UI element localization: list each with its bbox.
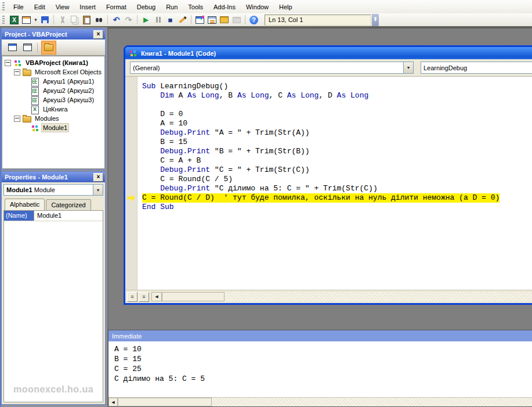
save-icon[interactable] bbox=[39, 15, 50, 26]
immediate-window-titlebar[interactable]: Immediate bbox=[108, 330, 532, 341]
code-line-11: C = Round(C / 5) bbox=[142, 175, 532, 184]
menu-bar-items: FileEditViewInsertFormatDebugRunToolsAdd… bbox=[8, 2, 298, 12]
sheet-icon bbox=[31, 87, 39, 95]
close-icon[interactable] bbox=[93, 30, 103, 39]
toolbar-separator bbox=[107, 15, 108, 24]
view-code-button[interactable] bbox=[6, 42, 19, 53]
redo-icon bbox=[123, 15, 134, 26]
immediate-horizontal-scrollbar[interactable] bbox=[108, 397, 532, 406]
properties-panel-titlebar[interactable]: Properties - Module1 bbox=[2, 172, 105, 182]
menu-item-run[interactable]: Run bbox=[161, 2, 183, 12]
procedure-view-button[interactable] bbox=[127, 292, 137, 302]
dropdown-caret-icon[interactable] bbox=[33, 15, 38, 26]
design-mode-icon[interactable] bbox=[177, 15, 188, 26]
code-window-combo-row: (General) LearningDebug bbox=[125, 59, 532, 76]
immediate-content[interactable]: A = 10B = 15C = 25C ділимо на 5: C = 5 bbox=[108, 341, 532, 397]
code-line-1: Sub LearningDebug() bbox=[142, 82, 532, 91]
tree-item-2[interactable]: Microsoft Excel Objects bbox=[2, 67, 104, 77]
project-explorer-icon[interactable] bbox=[194, 15, 205, 26]
tab-categorized[interactable]: Categorized bbox=[46, 199, 91, 211]
code-area: Sub LearningDebug() Dim A As Long, B As … bbox=[125, 76, 532, 290]
immediate-window: Immediate A = 10B = 15C = 25C ділимо на … bbox=[108, 330, 532, 407]
menu-item-edit[interactable]: Edit bbox=[29, 2, 50, 12]
excel-icon[interactable] bbox=[9, 15, 20, 26]
menu-item-file[interactable]: File bbox=[8, 2, 29, 12]
immediate-line-3: C = 25 bbox=[114, 364, 532, 374]
cut-icon bbox=[57, 15, 68, 26]
toolbar-separator bbox=[37, 43, 38, 52]
scrollbar-thumb[interactable] bbox=[118, 398, 212, 406]
chevron-down-icon[interactable] bbox=[93, 185, 103, 195]
tree-item-3[interactable]: Аркуш1 (Аркуш1) bbox=[2, 77, 104, 86]
tree-item-5[interactable]: Аркуш3 (Аркуш3) bbox=[2, 95, 104, 105]
tree-item-label: Microsoft Excel Objects bbox=[34, 68, 103, 76]
tree-item-4[interactable]: Аркуш2 (Аркуш2) bbox=[2, 86, 104, 95]
property-value-cell[interactable]: Module1 bbox=[34, 211, 103, 221]
project-tree[interactable]: VBAProject (Книга1)Microsoft Excel Objec… bbox=[2, 56, 105, 169]
object-selector-combo[interactable]: Module1 Module bbox=[3, 184, 103, 196]
menu-item-help[interactable]: Help bbox=[274, 2, 298, 12]
scrollbar-track[interactable] bbox=[225, 292, 532, 301]
toolbar-grip[interactable] bbox=[2, 16, 5, 24]
code-margin-indicator-bar[interactable] bbox=[125, 77, 137, 290]
code-editor[interactable]: Sub LearningDebug() Dim A As Long, B As … bbox=[137, 77, 532, 290]
full-module-view-button[interactable] bbox=[139, 292, 149, 302]
reset-icon[interactable] bbox=[165, 15, 176, 26]
code-window-titlebar[interactable]: Книга1 - Module1 (Code) bbox=[125, 47, 532, 59]
run-icon[interactable] bbox=[140, 15, 151, 26]
properties-window-icon[interactable] bbox=[207, 15, 218, 26]
menu-item-debug[interactable]: Debug bbox=[132, 2, 161, 12]
tree-item-8[interactable]: Module1 bbox=[2, 123, 104, 132]
project-explorer-panel: Project - VBAProject VBAProject (Книга1)… bbox=[1, 28, 106, 170]
toolbar-grip[interactable] bbox=[2, 2, 5, 11]
toolbar-separator bbox=[191, 15, 191, 24]
view-object-button[interactable] bbox=[21, 42, 34, 53]
find-icon[interactable] bbox=[93, 15, 104, 26]
tree-item-label: Аркуш3 (Аркуш3) bbox=[42, 96, 95, 104]
immediate-line-2: B = 15 bbox=[114, 354, 532, 364]
procedure-dropdown[interactable]: LearningDebug bbox=[421, 62, 532, 74]
menu-item-insert[interactable]: Insert bbox=[74, 2, 101, 12]
tree-item-label: Аркуш2 (Аркуш2) bbox=[42, 87, 95, 95]
undo-icon[interactable] bbox=[111, 15, 122, 26]
toggle-folders-button[interactable] bbox=[41, 41, 56, 55]
scrollbar-track[interactable] bbox=[212, 398, 532, 406]
chevron-down-icon[interactable] bbox=[403, 62, 413, 73]
object-dropdown[interactable]: (General) bbox=[130, 62, 414, 74]
tree-expander-icon[interactable] bbox=[5, 60, 11, 66]
help-icon[interactable] bbox=[248, 15, 259, 26]
paste-icon[interactable] bbox=[81, 15, 92, 26]
code-line-7: B = 15 bbox=[142, 138, 532, 147]
view-object-icon bbox=[23, 44, 32, 51]
tree-item-6[interactable]: ЦяКнига bbox=[2, 105, 104, 114]
tab-alphabetic[interactable]: Alphabetic bbox=[5, 199, 45, 210]
menu-item-format[interactable]: Format bbox=[101, 2, 132, 12]
view-object-icon[interactable] bbox=[21, 15, 32, 26]
toolbar-separator bbox=[245, 15, 245, 24]
folder-icon bbox=[23, 115, 31, 123]
menu-item-window[interactable]: Window bbox=[241, 2, 274, 12]
scroll-left-arrow-icon[interactable] bbox=[151, 292, 162, 301]
close-icon[interactable] bbox=[93, 173, 103, 182]
object-browser-icon[interactable] bbox=[219, 15, 230, 26]
watermark: moonexcel.ho.ua bbox=[13, 384, 93, 395]
project-panel-titlebar[interactable]: Project - VBAProject bbox=[2, 29, 105, 39]
menu-item-addins[interactable]: Add-Ins bbox=[208, 2, 241, 12]
property-name-cell[interactable]: (Name) bbox=[4, 211, 34, 221]
tree-expander-icon[interactable] bbox=[14, 116, 20, 122]
tree-item-1[interactable]: VBAProject (Книга1) bbox=[2, 58, 104, 67]
project-panel-title: Project - VBAProject bbox=[5, 31, 93, 38]
menu-item-view[interactable]: View bbox=[50, 2, 75, 12]
tree-item-7[interactable]: Modules bbox=[2, 114, 104, 123]
scrollbar-thumb[interactable] bbox=[162, 292, 225, 301]
menu-item-tools[interactable]: Tools bbox=[183, 2, 208, 12]
toolbar-overflow-chevron[interactable] bbox=[372, 14, 379, 26]
module-icon bbox=[129, 49, 137, 57]
scroll-left-arrow-icon[interactable] bbox=[108, 398, 118, 406]
properties-body: Module1 Module AlphabeticCategorized (Na… bbox=[2, 182, 105, 404]
property-row[interactable]: (Name) Module1 bbox=[4, 211, 103, 221]
tree-expander-icon[interactable] bbox=[14, 69, 20, 75]
code-line-8: Debug.Print "B = " + Trim(Str(B)) bbox=[142, 147, 532, 156]
horizontal-scrollbar[interactable] bbox=[151, 292, 532, 301]
tree-item-label: ЦяКнига bbox=[42, 105, 69, 113]
